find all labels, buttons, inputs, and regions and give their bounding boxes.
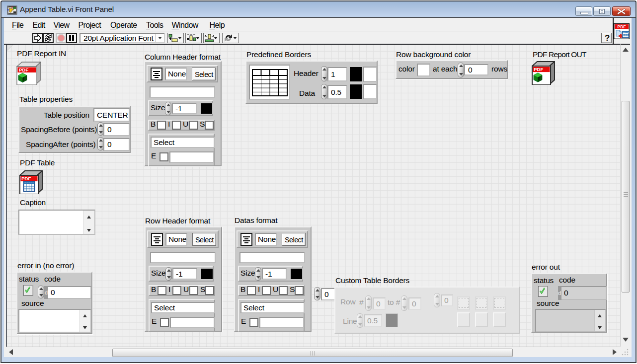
svg-text:PDF: PDF [618, 24, 626, 29]
svg-text:PDF: PDF [21, 176, 31, 181]
svg-text:PDF: PDF [19, 67, 28, 73]
svg-text:PDF: PDF [534, 67, 543, 72]
